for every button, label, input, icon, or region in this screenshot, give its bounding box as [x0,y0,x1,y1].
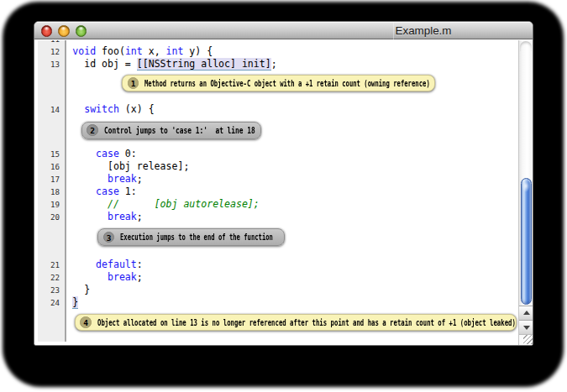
message-cell: 2Control jumps to 'case 1:' at line 18 [66,116,518,148]
bubble-text: Control jumps to 'case 1:' at line 18 [104,124,255,137]
analyzer-bubble-4: 4Object allocated on line 13 is no longe… [75,314,517,331]
code-plain: [obj release]; [72,160,189,172]
code-highlight-range: } [72,296,78,309]
code-plain: ; [137,211,143,222]
analyzer-bubble-3: 3Execution jumps to the end of the funct… [97,228,285,246]
code-plain [72,173,108,185]
code-plain: y) { [183,45,213,57]
code-plain: foo( [96,45,125,57]
bubble-text: Method returns an Objective-C object wit… [144,77,430,90]
code-row: 24} [38,296,518,309]
path-index-badge: 2 [87,124,98,136]
down-arrow-icon [523,325,530,329]
code-row: 19 // [obj autorelease]; [38,198,518,211]
up-arrow-icon [523,311,530,315]
message-row: 4Object allocated on line 13 is no longe… [38,309,518,342]
code-line: switch (x) { [66,103,518,116]
code-row: 15 case 0: [38,148,518,160]
code-row: 20 break; [38,211,518,223]
code-row: 18 case 1: [38,186,518,198]
close-button[interactable] [41,25,53,37]
code-plain [72,148,96,159]
code-highlight-range: [[NSString alloc] init] [137,58,271,71]
title-bar[interactable]: Example.m [34,22,533,39]
code-plain [72,211,108,222]
window: Example.m 1112void foo(int x, int y) {13… [34,21,533,346]
vertical-scrollbar[interactable] [518,40,533,345]
resize-grip[interactable] [519,334,533,346]
line-number: 16 [38,160,66,173]
path-index-badge: 3 [103,232,115,243]
code-row: 14 switch (x) { [38,103,518,116]
code-row: 17 break; [38,173,518,186]
line-number: 22 [38,271,66,284]
gutter-cell [38,223,66,259]
line-number: 23 [38,284,66,296]
source-document: 1112void foo(int x, int y) {13 id obj = … [38,40,518,342]
line-number: 12 [38,45,66,58]
editor-content: 1112void foo(int x, int y) {13 id obj = … [34,40,533,345]
gutter-cell [38,71,66,103]
code-line: break; [66,211,518,223]
resize-grip-icon [523,335,533,344]
code-plain [72,103,84,115]
message-row: 2Control jumps to 'case 1:' at line 18 [38,116,518,148]
analyzer-bubble-1: 1Method returns an Objective-C object wi… [122,75,435,91]
line-number: 19 [38,198,66,211]
code-keyword: int [125,45,143,57]
code-line: } [66,296,518,309]
message-cell: 3Execution jumps to the end of the funct… [66,223,518,259]
code-plain: (x) { [119,103,155,115]
code-line: break; [66,271,518,284]
line-number: 17 [38,173,66,186]
scroll-down-button[interactable] [519,320,533,334]
scroll-up-button[interactable] [519,306,533,320]
message-row: 3Execution jumps to the end of the funct… [38,223,518,259]
window-title: Example.m [396,22,452,39]
code-keyword: case [96,186,119,197]
code-row: 22 break; [38,271,518,284]
code-row: 21 default: [38,259,518,271]
code-line: id obj = [[NSString alloc] init]; [66,58,518,71]
zoom-button[interactable] [76,25,87,37]
code-line: break; [66,173,518,186]
code-table-body: 1112void foo(int x, int y) {13 id obj = … [38,40,518,342]
minimize-button[interactable] [58,25,70,37]
code-line: } [66,284,518,296]
line-number: 14 [38,103,66,116]
code-keyword: break [108,271,137,283]
code-plain [72,271,108,283]
code-keyword: break [108,211,137,222]
path-index-badge: 1 [128,77,139,89]
scrollbar-thumb[interactable] [521,178,533,305]
code-plain [72,186,96,197]
line-number: 13 [38,58,66,71]
line-number: 15 [38,148,66,160]
scrollbar-track-cap [520,41,532,51]
code-plain: id obj = [72,58,136,70]
code-plain: } [72,284,90,295]
code-keyword: default [96,259,137,270]
bubble-text: Execution jumps to the end of the functi… [120,231,273,243]
code-row: 12void foo(int x, int y) { [38,45,518,58]
code-line: case 1: [66,186,518,198]
code-plain: : [137,259,143,270]
code-plain [72,198,108,210]
message-cell: 4Object allocated on line 13 is no longe… [66,309,518,342]
code-line: case 0: [66,148,518,160]
code-line: // [obj autorelease]; [66,198,518,211]
code-row: 16 [obj release]; [38,160,518,173]
line-number: 20 [38,211,66,223]
code-row: 13 id obj = [[NSString alloc] init]; [38,58,518,71]
code-line: [obj release]; [66,160,518,173]
code-keyword: int [166,45,184,57]
code-plain: ; [271,58,277,70]
code-table: 1112void foo(int x, int y) {13 id obj = … [38,40,518,342]
message-cell: 1Method returns an Objective-C object wi… [66,71,518,103]
path-index-badge: 4 [80,316,92,328]
code-plain: ; [137,173,143,185]
line-number: 21 [38,259,66,271]
bubble-text: Object allocated on line 13 is no longer… [97,316,516,329]
gutter-cell [38,309,66,342]
analyzer-bubble-2: 2Control jumps to 'case 1:' at line 18 [81,122,261,139]
